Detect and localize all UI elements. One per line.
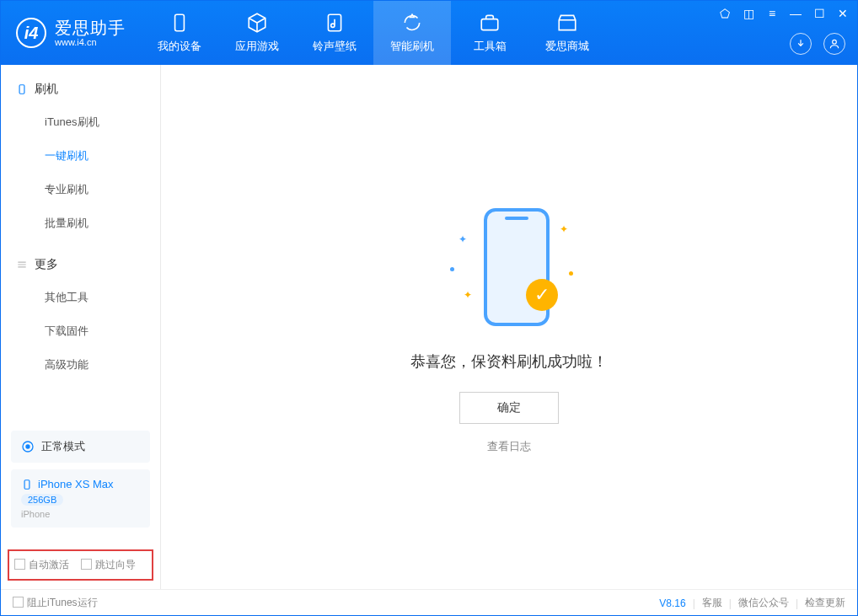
app-url: www.i4.cn — [55, 37, 126, 47]
sidebar-header-more: 更多 — [1, 249, 160, 281]
sidebar-item-pro-flash[interactable]: 专业刷机 — [1, 173, 160, 206]
device-icon — [169, 12, 190, 34]
menu-icon[interactable]: ≡ — [764, 6, 780, 21]
download-icon — [795, 38, 807, 50]
svg-rect-5 — [19, 85, 24, 94]
tab-apps-games[interactable]: 应用游戏 — [218, 1, 296, 65]
version-label: V8.16 — [659, 597, 685, 609]
svg-rect-3 — [481, 19, 498, 30]
device-type: iPhone — [21, 509, 50, 519]
app-logo: i4 爱思助手 www.i4.cn — [1, 18, 141, 48]
sidebar-section-title: 更多 — [35, 257, 58, 272]
check-badge-icon: ✓ — [526, 279, 558, 311]
phone-icon — [16, 83, 28, 95]
sidebar-item-other-tools[interactable]: 其他工具 — [1, 281, 160, 314]
svg-point-2 — [331, 24, 335, 27]
tab-label: 应用游戏 — [235, 39, 279, 54]
user-icon — [829, 38, 840, 50]
list-icon — [16, 259, 28, 271]
svg-point-4 — [833, 40, 837, 44]
shirt-icon[interactable]: ⬠ — [717, 6, 732, 21]
main-content: ✦ ✦ ✦ ✓ 恭喜您，保资料刷机成功啦！ 确定 查看日志 — [161, 65, 857, 589]
logo-icon: i4 — [16, 18, 46, 48]
success-message: 恭喜您，保资料刷机成功啦！ — [410, 351, 608, 372]
sidebar-header-flash: 刷机 — [1, 73, 160, 105]
checkbox-label: 阻止iTunes运行 — [27, 597, 98, 608]
checkbox-label: 跳过向导 — [95, 559, 136, 570]
sidebar-item-batch-flash[interactable]: 批量刷机 — [1, 206, 160, 240]
cube-icon — [246, 12, 268, 34]
tab-smart-flash[interactable]: 智能刷机 — [373, 1, 451, 65]
device-capacity: 256GB — [21, 494, 63, 506]
tab-label: 我的设备 — [158, 39, 201, 54]
mode-icon — [21, 440, 35, 453]
device-card[interactable]: iPhone XS Max 256GB iPhone — [11, 469, 150, 528]
tab-label: 铃声壁纸 — [313, 39, 357, 54]
dot-icon — [569, 271, 573, 276]
sparkle-icon: ✦ — [560, 223, 568, 235]
block-itunes-checkbox[interactable]: 阻止iTunes运行 — [13, 596, 98, 610]
minimize-icon[interactable]: — — [788, 6, 803, 21]
tab-toolbox[interactable]: 工具箱 — [451, 1, 528, 65]
pin-icon[interactable]: ◫ — [741, 6, 756, 21]
tab-my-device[interactable]: 我的设备 — [141, 1, 218, 65]
titlebar: i4 爱思助手 www.i4.cn 我的设备 应用游戏 铃声壁纸 智能刷机 工具… — [1, 1, 857, 65]
auto-activate-checkbox[interactable]: 自动激活 — [14, 558, 69, 572]
download-button[interactable] — [790, 33, 812, 55]
footer-link-update[interactable]: 检查更新 — [805, 596, 845, 610]
footer-link-support[interactable]: 客服 — [702, 596, 722, 610]
app-name: 爱思助手 — [55, 19, 126, 37]
toolbox-icon — [479, 12, 501, 34]
statusbar: 阻止iTunes运行 V8.16 | 客服 | 微信公众号 | 检查更新 — [1, 589, 857, 616]
sparkle-icon: ✦ — [464, 289, 472, 301]
refresh-icon — [401, 12, 423, 34]
sidebar-item-download-firmware[interactable]: 下载固件 — [1, 314, 160, 348]
user-button[interactable] — [823, 33, 845, 55]
nav-tabs: 我的设备 应用游戏 铃声壁纸 智能刷机 工具箱 爱思商城 — [141, 1, 606, 65]
shop-icon — [556, 12, 578, 34]
ok-button[interactable]: 确定 — [459, 392, 559, 424]
success-illustration: ✦ ✦ ✦ ✓ — [425, 200, 593, 335]
view-log-link[interactable]: 查看日志 — [487, 439, 531, 454]
mode-label: 正常模式 — [41, 439, 85, 454]
maximize-icon[interactable]: ☐ — [812, 6, 827, 21]
music-icon — [324, 12, 346, 34]
tab-label: 智能刷机 — [390, 39, 434, 54]
tab-ringtone-wallpaper[interactable]: 铃声壁纸 — [296, 1, 373, 65]
sparkle-icon: ✦ — [458, 233, 467, 245]
skip-guide-checkbox[interactable]: 跳过向导 — [81, 558, 136, 572]
footer-link-wechat[interactable]: 微信公众号 — [738, 596, 789, 610]
mode-card[interactable]: 正常模式 — [11, 431, 150, 463]
device-name-label: iPhone XS Max — [38, 478, 114, 490]
tab-label: 爱思商城 — [545, 39, 589, 54]
dot-icon — [450, 267, 454, 271]
tab-label: 工具箱 — [474, 39, 507, 54]
flash-options-highlight: 自动激活 跳过向导 — [8, 549, 153, 581]
svg-point-7 — [26, 445, 29, 448]
sidebar-item-onekey-flash[interactable]: 一键刷机 — [1, 139, 160, 173]
sidebar-section-title: 刷机 — [35, 82, 58, 97]
sidebar-item-itunes-flash[interactable]: iTunes刷机 — [1, 105, 160, 139]
sidebar: 刷机 iTunes刷机 一键刷机 专业刷机 批量刷机 更多 其他工具 下载固件 … — [1, 65, 161, 589]
close-icon[interactable]: ✕ — [835, 6, 850, 21]
tab-store[interactable]: 爱思商城 — [528, 1, 606, 65]
svg-rect-0 — [175, 14, 185, 31]
phone-icon — [21, 479, 33, 490]
header-right — [790, 33, 845, 55]
sidebar-item-advanced[interactable]: 高级功能 — [1, 348, 160, 382]
window-controls: ⬠ ◫ ≡ — ☐ ✕ — [717, 6, 850, 21]
svg-rect-8 — [24, 479, 29, 489]
checkbox-label: 自动激活 — [29, 559, 69, 570]
